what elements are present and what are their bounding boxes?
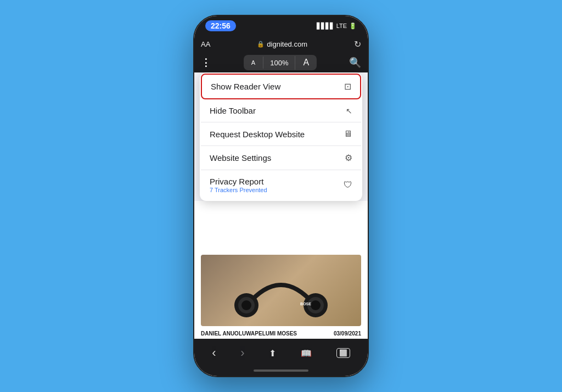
menu-item-request-desktop[interactable]: Request Desktop Website 🖥 — [201, 122, 361, 146]
privacy-report-label: Privacy Report — [210, 177, 267, 186]
bottom-bar: ‹ › ⬆ 📖 ⬜ — [194, 339, 368, 367]
article-date: 03/09/2021 — [334, 331, 361, 337]
url-bar[interactable]: 🔒 dignited.com — [210, 40, 354, 48]
tabs-button[interactable]: ⬜ — [336, 348, 350, 358]
share-button[interactable]: ⬆ — [269, 348, 276, 359]
article-content: ones eatures sider — [194, 201, 368, 339]
headphone-svg: BOSE — [226, 260, 336, 321]
status-icons: ▋▋▋▋ LTE 🔋 — [317, 23, 357, 30]
dropdown-menu: Show Reader View ⊡ Hide Toolbar ↖ Reques… — [200, 72, 362, 201]
status-time: 22:56 — [205, 20, 236, 31]
font-increase-button[interactable]: A — [295, 55, 317, 70]
settings-icon: ⚙ — [345, 153, 352, 163]
home-indicator-bar — [254, 369, 308, 372]
hide-toolbar-label: Hide Toolbar — [210, 106, 256, 115]
phone-frame: 22:56 ▋▋▋▋ LTE 🔋 AA 🔒 dignited.com ↻ ⋮ A… — [193, 15, 369, 377]
menu-item-hide-toolbar[interactable]: Hide Toolbar ↖ — [201, 99, 361, 122]
bookmarks-button[interactable]: 📖 — [301, 348, 312, 359]
font-controls: A 100% A — [244, 55, 317, 70]
font-decrease-button[interactable]: A — [244, 57, 263, 69]
svg-point-5 — [311, 300, 321, 310]
reader-view-icon: ⊡ — [344, 81, 351, 92]
status-bar: 22:56 ▋▋▋▋ LTE 🔋 — [194, 16, 368, 36]
address-bar: AA 🔒 dignited.com ↻ — [194, 36, 368, 53]
hide-toolbar-icon: ↖ — [346, 107, 352, 115]
toolbar: ⋮ A 100% A 🔍 — [194, 53, 368, 72]
request-desktop-label: Request Desktop Website — [210, 130, 305, 139]
network-label: LTE — [336, 23, 347, 29]
show-reader-view-label: Show Reader View — [211, 82, 280, 91]
svg-point-2 — [241, 300, 251, 310]
menu-item-privacy-report[interactable]: Privacy Report 7 Trackers Prevented 🛡 — [201, 170, 361, 200]
privacy-report-sub: 7 Trackers Prevented — [210, 187, 267, 193]
signal-icon: ▋▋▋▋ — [317, 23, 334, 30]
website-settings-label: Website Settings — [210, 153, 271, 163]
privacy-icon: 🛡 — [344, 180, 352, 190]
headphone-image: BOSE — [201, 255, 361, 326]
back-button[interactable]: ‹ — [212, 346, 216, 360]
forward-button[interactable]: › — [240, 346, 244, 360]
desktop-icon: 🖥 — [344, 129, 352, 139]
article-meta: DANIEL ANUOLUWAPELUMI MOSES 03/09/2021 — [201, 331, 361, 337]
menu-item-show-reader-view[interactable]: Show Reader View ⊡ — [201, 74, 361, 99]
svg-text:BOSE: BOSE — [300, 302, 311, 306]
menu-item-website-settings[interactable]: Website Settings ⚙ — [201, 146, 361, 170]
font-percent-display: 100% — [263, 56, 295, 70]
article-author: DANIEL ANUOLUWAPELUMI MOSES — [201, 331, 297, 337]
reload-button[interactable]: ↻ — [354, 39, 361, 49]
aa-button[interactable]: AA — [201, 40, 210, 48]
battery-icon: 🔋 — [349, 23, 357, 30]
home-indicator — [194, 367, 368, 376]
lock-icon: 🔒 — [257, 41, 265, 48]
search-button[interactable]: 🔍 — [349, 57, 361, 69]
url-text: dignited.com — [267, 40, 307, 48]
menu-dots-button[interactable]: ⋮ — [201, 57, 211, 69]
